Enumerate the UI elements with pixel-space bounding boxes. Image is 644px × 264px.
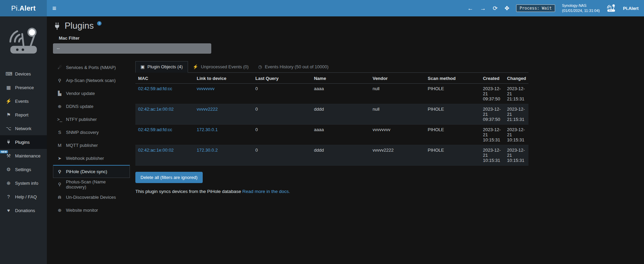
help-badge-icon[interactable]: ? [97,21,102,26]
flag-icon: ⚑ [5,112,12,117]
plugin-nav-item-webhook[interactable]: ➤ Webhook publisher [53,152,130,165]
sidebar-item-devices[interactable]: ⌨ Devices [0,67,47,81]
wrench-icon: ⚒ [5,153,12,158]
mac-filter-block: Mac Filter [47,31,644,54]
sidebar-item-label: Devices [15,71,31,77]
cell-changed: 2023-12-21 10:15:31 [504,145,528,165]
plugin-nav-label: Webhook publisher [66,156,104,161]
sidebar-item-plugins[interactable]: Plugins [0,135,47,149]
plug-icon [5,140,12,144]
plugin-nav-item-nmap[interactable]: ☄ Services & Ports (NMAP) [53,61,130,74]
new-badge: NEW [0,150,8,153]
brand-logo[interactable]: Pi.Alert [0,0,47,16]
col-header-last-query: Last Query [253,73,311,84]
tab-events-history[interactable]: ◷ Events History (50 out of 10000) [253,61,333,73]
sidebar-item-settings[interactable]: ⚙ Settings [0,163,47,176]
sidebar-item-presence[interactable]: ▦ Presence [0,81,47,94]
plugin-nav-item-undiscoverable[interactable]: ⋒ Un-Discoverable Devices [53,191,130,204]
refresh-icon[interactable]: ⟳ [493,5,498,11]
plug-icon [53,22,61,30]
cell-vendor: vvvvvvvv [370,124,425,145]
docs-link[interactable]: Read more in the docs. [242,189,290,194]
terminal-icon: >_ [57,117,63,122]
page-title: Plugins [65,21,94,31]
cell-scan-method: PIHOLE [425,104,480,124]
sidebar-item-report[interactable]: ⚑ Report [0,108,47,122]
table-row: 02:42:ac:1e:00:02 vvvvv2222 0 dddd null … [135,104,528,124]
pialert-app: Pi.Alert ≡ ← → ⟳ ✥ Process: Wait Synolog… [0,0,644,264]
plugin-nav-label: PiHole (Device sync) [66,169,107,174]
sidebar-item-label: Maintenance [15,153,40,158]
plugin-nav-item-ddns-update[interactable]: ⊕ DDNS update [53,100,130,113]
device-link[interactable]: vvvvv2222 [197,107,217,112]
device-link[interactable]: vvvvvvvv [197,86,214,91]
topbar-right: ← → ⟳ ✥ Process: Wait Synology-NAS (01/0… [468,3,639,13]
sidebar-item-network[interactable]: ⌥ Network [0,122,47,135]
sidebar-item-maintenance[interactable]: NEW ⚒ Maintenance [0,149,47,163]
cell-last-query: 0 [253,145,311,165]
sidebar-item-label: Settings [15,167,31,172]
sidebar-item-label: Plugins [15,140,30,145]
cell-scan-method: PIHOLE [425,145,480,165]
tab-plugin-objects[interactable]: ▣ Plugin Objects (4) [135,61,188,73]
tab-unprocessed-events[interactable]: ⚡ Unprocessed Events (0) [188,61,254,73]
device-link[interactable]: 172.30.0.1 [197,127,217,132]
network-icon: ⌥ [5,126,12,131]
brand-bold: Alert [19,4,36,12]
bolt-icon: ⚡ [193,65,198,69]
sidebar-item-system-info[interactable]: ⊕ System info [0,176,47,190]
plugin-nav-label: Services & Ports (NMAP) [66,65,116,70]
mac-link[interactable]: 02:42:ac:1e:00:02 [138,107,174,112]
plugin-nav-item-snmp[interactable]: S SNMP discovery [53,126,130,139]
sidebar-toggle-icon[interactable]: ≡ [52,5,56,12]
brand-light: Pi. [11,4,19,12]
search-icon: ⚲ [57,182,63,186]
globe-icon: ⊕ [57,104,63,109]
paper-plane-icon: ➤ [57,156,63,161]
cell-scan-method: PIHOLE [425,124,480,145]
sidebar-item-events[interactable]: ⚡ Events [0,94,47,108]
cell-created: 2023-12-21 09:37:50 [480,104,505,124]
plugin-detail: ▣ Plugin Objects (4) ⚡ Unprocessed Event… [135,61,528,194]
back-icon[interactable]: ← [468,5,473,11]
mac-link[interactable]: 02:42:59:ad:fd:cc [138,127,172,132]
cell-created: 2023-12-21 09:37:50 [480,83,505,104]
plugin-nav-item-pholus[interactable]: ⚲ Pholus-Scan (Name discovery) [53,178,130,191]
sidebar-item-donations[interactable]: ♥ Donations [0,204,47,217]
cell-vendor: null [370,83,425,104]
cell-last-query: 0 [253,104,311,124]
plugin-nav-label: DDNS update [66,104,93,109]
mac-filter-label: Mac Filter [59,36,644,41]
cell-scan-method: PIHOLE [425,83,480,104]
cell-changed: 2023-12-21 10:15:31 [504,124,528,145]
table-row: 02:42:ac:1e:00:02 172.30.0.2 0 dddd vvvv… [135,145,528,165]
tab-label: Unprocessed Events (0) [201,64,249,69]
plugin-nav-label: Pholus-Scan (Name discovery) [66,179,126,190]
delete-all-button[interactable]: Delete all (filters are ignored) [135,172,203,183]
mac-filter-input[interactable] [53,43,211,54]
plugin-nav-item-ntfy[interactable]: >_ NTFY publisher [53,113,130,126]
col-header-mac: MAC [135,73,194,84]
plugin-nav-item-vendor-update[interactable]: ▙ Vendor update [53,87,130,100]
col-header-name: Name [311,73,370,84]
col-header-scan-method: Scan method [425,73,480,84]
device-link[interactable]: 172.30.0.2 [197,148,217,153]
cell-vendor: null [370,104,425,124]
forward-icon[interactable]: → [480,5,486,11]
plugin-nav-item-mqtt[interactable]: M MQTT publisher [53,139,130,152]
sidebar-item-label: Network [15,126,31,131]
move-icon[interactable]: ✥ [505,5,509,11]
plugin-nav-label: MQTT publisher [66,143,98,148]
mac-link[interactable]: 02:42:ac:1e:00:02 [138,148,174,153]
sidebar-item-help-faq[interactable]: ? Help / FAQ [0,190,47,204]
process-status-badge: Process: Wait [516,4,555,12]
plugin-nav-item-pihole[interactable]: ⚲ PiHole (Device sync) [53,165,130,178]
cell-last-query: 0 [253,124,311,145]
plugin-nav-item-arpscan[interactable]: ⚲ Arp-Scan (Network scan) [53,74,130,87]
tab-bar: ▣ Plugin Objects (4) ⚡ Unprocessed Event… [135,61,528,73]
sidebar-nav: ⌨ Devices ▦ Presence ⚡ Events ⚑ Report ⌥… [0,67,47,217]
pialert-logo [0,16,47,67]
search-icon: ⚲ [57,78,63,83]
mac-link[interactable]: 02:42:59:ad:fd:cc [138,86,172,91]
plugin-nav-item-website-monitor[interactable]: ⊕ Website monitor [53,204,130,217]
